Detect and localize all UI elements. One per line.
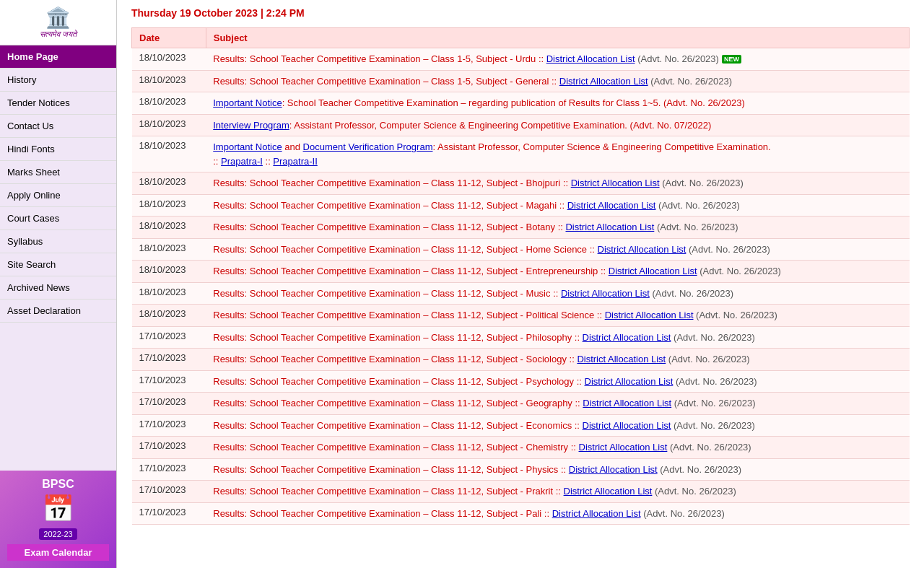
bpsc-label: BPSC [7,478,109,491]
district-allocation-link[interactable]: District Allocation List [583,398,671,408]
row-date: 17/10/2023 [132,349,206,371]
table-row: 18/10/2023Results: School Teacher Compet… [132,194,910,217]
row-subject: Results: School Teacher Competitive Exam… [206,349,909,371]
table-row: 18/10/2023Results: School Teacher Compet… [132,217,910,239]
table-row: 17/10/2023Results: School Teacher Compet… [132,481,910,503]
sidebar-item-hindi-fonts[interactable]: Hindi Fonts [0,138,116,161]
table-row: 17/10/2023Results: School Teacher Compet… [132,437,910,459]
row-subject: Results: School Teacher Competitive Exam… [206,194,909,217]
row-date: 18/10/2023 [132,92,206,115]
sidebar-item-history[interactable]: History [0,69,116,92]
district-allocation-link[interactable]: District Allocation List [585,376,674,387]
table-row: 18/10/2023Important Notice and Document … [132,136,910,172]
row-subject: Results: School Teacher Competitive Exam… [206,481,909,503]
new-badge: NEW [722,55,741,64]
sidebar-item-apply-online[interactable]: Apply Online [0,184,116,207]
row-subject: Results: School Teacher Competitive Exam… [206,458,909,481]
district-allocation-link[interactable]: District Allocation List [569,464,658,475]
table-row: 18/10/2023Interview Program: Assistant P… [132,114,910,136]
col-subject: Subject [206,28,909,48]
district-allocation-link[interactable]: District Allocation List [565,222,654,232]
row-date: 18/10/2023 [132,48,206,71]
row-subject: Important Notice: School Teacher Competi… [206,92,909,115]
sidebar-item-court-cases[interactable]: Court Cases [0,207,116,230]
district-allocation-link[interactable]: District Allocation List [583,420,671,431]
row-subject: Results: School Teacher Competitive Exam… [206,217,909,239]
row-subject: Results: School Teacher Competitive Exam… [206,238,909,261]
row-subject: Results: School Teacher Competitive Exam… [206,326,909,349]
district-allocation-link[interactable]: District Allocation List [561,288,650,299]
nav-items: Home PageHistoryTender NoticesContact Us… [0,45,116,323]
district-allocation-link[interactable]: District Allocation List [571,178,660,188]
row-date: 18/10/2023 [132,172,206,195]
row-date: 18/10/2023 [132,114,206,136]
row-subject: Interview Program: Assistant Professor, … [206,114,909,136]
row-date: 18/10/2023 [132,70,206,92]
sidebar-item-marks-sheet[interactable]: Marks Sheet [0,161,116,184]
doc-verification-link[interactable]: Document Verification Program [303,141,433,152]
row-date: 18/10/2023 [132,238,206,261]
row-date: 17/10/2023 [132,502,206,525]
table-row: 17/10/2023Results: School Teacher Compet… [132,414,910,437]
row-subject: Results: School Teacher Competitive Exam… [206,393,909,415]
cal-year: 2022-23 [39,528,77,540]
datetime-header: Thursday 19 October 2023 | 2:24 PM [131,7,910,19]
notice-link[interactable]: Important Notice [213,97,282,108]
district-allocation-link[interactable]: District Allocation List [564,486,653,497]
sidebar-item-contact-us[interactable]: Contact Us [0,115,116,138]
district-allocation-link[interactable]: District Allocation List [598,244,687,255]
sidebar-item-tender-notices[interactable]: Tender Notices [0,92,116,115]
sidebar-item-site-search[interactable]: Site Search [0,253,116,276]
district-allocation-link[interactable]: District Allocation List [546,53,635,64]
sidebar-item-home-page[interactable]: Home Page [0,45,116,69]
table-row: 17/10/2023Results: School Teacher Compet… [132,458,910,481]
row-date: 17/10/2023 [132,481,206,503]
row-date: 18/10/2023 [132,217,206,239]
district-allocation-link[interactable]: District Allocation List [552,508,641,519]
table-row: 18/10/2023Results: School Teacher Compet… [132,48,910,71]
table-row: 18/10/2023Results: School Teacher Compet… [132,172,910,195]
table-row: 18/10/2023Results: School Teacher Compet… [132,305,910,327]
district-allocation-link[interactable]: District Allocation List [605,310,694,320]
row-subject: Results: School Teacher Competitive Exam… [206,502,909,525]
district-allocation-link[interactable]: District Allocation List [579,442,668,453]
important-notice-link[interactable]: Important Notice [213,141,282,152]
separator: | [258,7,266,19]
sidebar-item-asset-declaration[interactable]: Asset Declaration [0,300,116,323]
table-row: 18/10/2023Results: School Teacher Compet… [132,261,910,283]
sidebar-logo: 🏛️ सत्यमेव जयते [0,0,116,45]
row-subject: Results: School Teacher Competitive Exam… [206,414,909,437]
row-subject: Results: School Teacher Competitive Exam… [206,370,909,393]
table-row: 17/10/2023Results: School Teacher Compet… [132,349,910,371]
row-subject: Results: School Teacher Competitive Exam… [206,70,909,92]
district-allocation-link[interactable]: District Allocation List [559,76,648,87]
row-subject: Results: School Teacher Competitive Exam… [206,261,909,283]
row-subject: Results: School Teacher Competitive Exam… [206,282,909,305]
row-date: 17/10/2023 [132,437,206,459]
district-allocation-link[interactable]: District Allocation List [567,200,656,211]
sidebar-item-archived-news[interactable]: Archived News [0,276,116,300]
date-text: Thursday 19 October 2023 [131,7,258,19]
sidebar-item-syllabus[interactable]: Syllabus [0,230,116,253]
row-date: 17/10/2023 [132,370,206,393]
district-allocation-link[interactable]: District Allocation List [583,332,671,343]
row-date: 18/10/2023 [132,261,206,283]
table-header-row: Date Subject [132,28,910,48]
table-row: 18/10/2023Results: School Teacher Compet… [132,282,910,305]
calendar-icon: 📅 [7,494,109,524]
row-subject: Results: School Teacher Competitive Exam… [206,437,909,459]
district-allocation-link[interactable]: District Allocation List [577,354,666,364]
row-date: 17/10/2023 [132,458,206,481]
exam-calendar-banner[interactable]: BPSC 📅 2022-23 Exam Calendar [0,471,116,568]
col-date: Date [132,28,206,48]
row-subject: Important Notice and Document Verificati… [206,136,909,172]
row-subject: Results: School Teacher Competitive Exam… [206,172,909,195]
table-row: 17/10/2023Results: School Teacher Compet… [132,326,910,349]
row-date: 17/10/2023 [132,393,206,415]
time-text: 2:24 PM [266,7,305,19]
district-allocation-link[interactable]: District Allocation List [609,266,697,276]
table-row: 17/10/2023Results: School Teacher Compet… [132,370,910,393]
table-row: 18/10/2023Important Notice: School Teach… [132,92,910,115]
notice-link[interactable]: Interview Program [213,120,289,131]
sidebar: 🏛️ सत्यमेव जयते Home PageHistoryTender N… [0,0,117,568]
